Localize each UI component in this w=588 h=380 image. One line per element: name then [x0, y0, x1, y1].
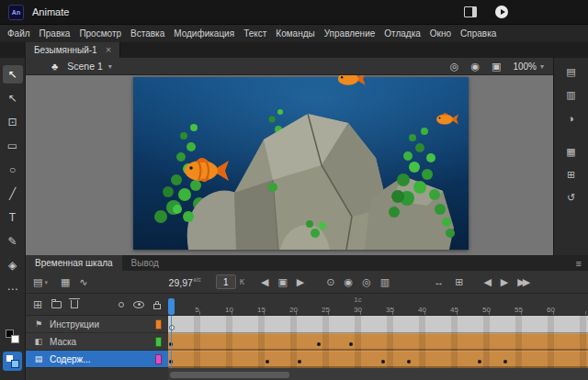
- animate-window: An Animate ФайлПравкаПросмотрВставкаМоди…: [0, 0, 588, 380]
- insert-keyframe-icon[interactable]: ⊙: [326, 277, 334, 287]
- test-movie-button[interactable]: [495, 6, 508, 18]
- swatches-icon[interactable]: ▦: [561, 144, 582, 160]
- library-icon[interactable]: ▥: [561, 87, 582, 103]
- workspace-switcher-icon[interactable]: [464, 6, 477, 17]
- center-frame-icon[interactable]: ◎: [450, 61, 459, 73]
- menu-item-7[interactable]: Управление: [324, 28, 376, 39]
- outline-toggle-icon[interactable]: [119, 302, 124, 307]
- layer-list: ⚑Инструкции◧Маска▤Содерж...: [26, 316, 168, 368]
- edit-multiple-frames-icon[interactable]: ▥: [380, 277, 390, 287]
- subselection-tool[interactable]: ↖: [3, 89, 23, 107]
- frame-rate-unit: к/с: [194, 276, 201, 283]
- timeline-zoom-icon[interactable]: ⊞: [455, 277, 463, 287]
- layer-color-swatch[interactable]: [155, 319, 162, 330]
- transport-back-button[interactable]: ◀: [483, 277, 491, 287]
- swatches-panel-icon[interactable]: [3, 352, 22, 371]
- layer-frames-row[interactable]: [168, 316, 588, 333]
- frames-view-icon[interactable]: ▦: [61, 277, 70, 287]
- frames-area[interactable]: 510152025303540455055601с: [168, 294, 588, 380]
- layer-row[interactable]: ▤Содерж...: [26, 351, 168, 368]
- timeline-ruler[interactable]: 510152025303540455055601с: [168, 294, 588, 316]
- delete-layer-button[interactable]: [71, 300, 78, 308]
- keyframe-dot[interactable]: [407, 360, 411, 363]
- ruler-number: 25: [319, 306, 334, 314]
- layer-frames-row[interactable]: [168, 333, 588, 351]
- current-frame-input[interactable]: 1: [216, 274, 236, 289]
- motion-editor-icon[interactable]: ∿: [79, 277, 87, 287]
- layer-name: Инструкции: [50, 319, 150, 330]
- keyframe-dot[interactable]: [317, 342, 321, 346]
- paint-bucket-tool[interactable]: ◈: [3, 256, 23, 274]
- keyframe-dot[interactable]: [266, 360, 269, 363]
- transport-play-button[interactable]: ▶: [501, 277, 508, 287]
- keyframe-dot[interactable]: [298, 360, 301, 363]
- document-tab[interactable]: Безымянный-1 ×: [26, 42, 120, 58]
- onion-outlines-icon[interactable]: ◎: [362, 277, 371, 287]
- stage-canvas[interactable]: [133, 77, 469, 250]
- menu-item-4[interactable]: Модификация: [174, 28, 234, 39]
- menu-item-9[interactable]: Окно: [430, 28, 451, 39]
- menu-item-10[interactable]: Справка: [460, 28, 496, 39]
- menu-item-3[interactable]: Вставка: [130, 28, 164, 39]
- layer-row[interactable]: ◧Маска: [26, 333, 168, 351]
- color-icon[interactable]: ◑: [561, 110, 582, 126]
- transport-forward-button[interactable]: ▶▶: [517, 277, 527, 287]
- camera-icon[interactable]: ◉: [470, 61, 480, 73]
- align-icon[interactable]: ⊞: [561, 167, 582, 183]
- keyframe-dot[interactable]: [503, 360, 507, 363]
- clip-content-icon[interactable]: ▣: [492, 61, 501, 73]
- layers-stack-icon[interactable]: ▤: [33, 277, 42, 287]
- zoom-select[interactable]: 100% ▾: [513, 61, 544, 72]
- menu-item-8[interactable]: Отладка: [384, 28, 421, 39]
- oval-tool[interactable]: ○: [3, 161, 23, 179]
- ruler-number: 40: [415, 306, 430, 314]
- visibility-toggle-icon[interactable]: [133, 301, 144, 308]
- new-folder-button[interactable]: [51, 301, 62, 308]
- playhead-handle[interactable]: [168, 298, 175, 315]
- selection-tool[interactable]: ↖: [3, 65, 23, 84]
- empty-keyframe-dot[interactable]: [169, 325, 175, 330]
- menu-item-2[interactable]: Просмотр: [79, 28, 121, 39]
- layer-row[interactable]: ⚑Инструкции: [26, 316, 168, 333]
- tab-timeline[interactable]: Временная шкала: [26, 255, 122, 271]
- menu-item-1[interactable]: Правка: [40, 28, 71, 39]
- line-tool[interactable]: ╱: [3, 184, 23, 203]
- close-tab-icon[interactable]: ×: [106, 45, 111, 55]
- guide-layer-icon: ⚑: [33, 319, 44, 329]
- layer-color-swatch[interactable]: [155, 354, 162, 364]
- step-back-icon[interactable]: ◀: [261, 277, 268, 287]
- menu-item-6[interactable]: Команды: [276, 28, 314, 39]
- more-tools[interactable]: ⋯: [3, 280, 23, 298]
- menu-item-0[interactable]: Файл: [7, 28, 30, 39]
- stop-icon[interactable]: ▣: [277, 277, 287, 287]
- fill-color-swatch[interactable]: [11, 335, 19, 343]
- free-transform-tool[interactable]: ⊡: [3, 113, 23, 131]
- properties-icon[interactable]: ▤: [561, 64, 582, 80]
- menu-item-5[interactable]: Текст: [243, 28, 266, 39]
- history-icon[interactable]: ↺: [561, 190, 582, 206]
- horizontal-scrollbar[interactable]: [170, 372, 289, 378]
- layer-icon: ▤: [33, 354, 44, 363]
- tab-output[interactable]: Вывод: [122, 255, 168, 271]
- frame-rate[interactable]: 29,97к/с: [169, 276, 201, 288]
- step-forward-icon[interactable]: ▶: [297, 277, 304, 287]
- pasteboard[interactable]: [26, 75, 553, 255]
- scene-name[interactable]: Scene 1: [67, 61, 103, 72]
- app-icon[interactable]: An: [8, 5, 24, 20]
- chevron-down-icon[interactable]: ▾: [108, 62, 112, 71]
- fit-timeline-icon[interactable]: ↔: [434, 277, 444, 287]
- rectangle-tool[interactable]: ▭: [3, 137, 23, 155]
- new-layer-button[interactable]: ⊞: [33, 299, 42, 310]
- onion-skin-icon[interactable]: ◉: [345, 277, 354, 287]
- layer-frames-row[interactable]: [168, 351, 588, 368]
- layer-panel: ⊞ ⚑Инструкции◧Маска▤Содерж...: [26, 294, 168, 380]
- keyframe-dot[interactable]: [381, 360, 385, 363]
- keyframe-dot[interactable]: [478, 360, 481, 363]
- keyframe-dot[interactable]: [349, 342, 353, 346]
- text-tool[interactable]: T: [3, 208, 23, 227]
- pencil-tool[interactable]: ✎: [3, 232, 23, 251]
- stroke-fill-swatches[interactable]: [6, 330, 19, 343]
- layer-color-swatch[interactable]: [155, 337, 162, 347]
- lock-toggle-icon[interactable]: [153, 304, 161, 309]
- panel-menu-icon[interactable]: ≡: [576, 258, 582, 269]
